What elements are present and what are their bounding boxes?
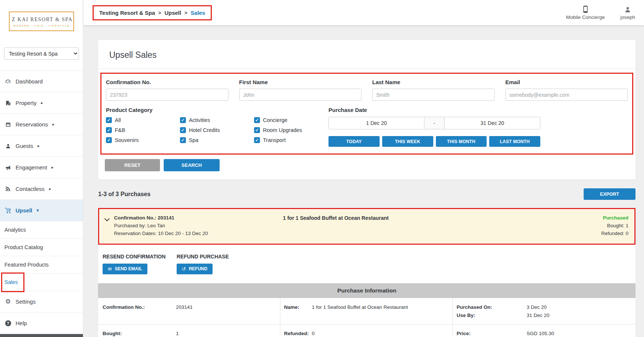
purchase-refunded: Refunded: 0 (601, 230, 628, 238)
confirmation-no-label: Confirmation No. (106, 79, 228, 85)
sidebar-item-guests[interactable]: Guests ▸ (0, 135, 83, 157)
breadcrumb-separator: > (184, 10, 187, 16)
dashboard-icon (4, 78, 11, 85)
sidebar-item-label: Dashboard (16, 78, 43, 85)
send-email-button[interactable]: ✉ SEND EMAIL (103, 264, 147, 274)
breadcrumb-separator: > (159, 10, 161, 16)
checkbox-checked-icon[interactable]: ✓ (106, 127, 112, 133)
last-month-button[interactable]: LAST MONTH (489, 136, 540, 147)
annotation-box-purchase-row: Confirmation No.: 203141 Purchased by: L… (98, 208, 635, 245)
purchase-row[interactable]: Confirmation No.: 203141 Purchased by: L… (100, 210, 634, 243)
last-name-input[interactable] (372, 89, 495, 101)
sidebar-item-dashboard[interactable]: Dashboard (0, 71, 83, 92)
building-icon (4, 100, 11, 106)
sidebar-subitem-featured-products[interactable]: Featured Products (0, 256, 83, 274)
sidebar-item-engagement[interactable]: Engagement ▸ (0, 157, 83, 178)
cell-value: 1 for 1 Seafood Buffet at Ocean Restaura… (312, 298, 453, 324)
status-badge: Purchased (601, 214, 628, 222)
mobile-concierge-button[interactable]: Mobile Concierge (566, 6, 605, 20)
subitem-label: Sales (4, 279, 18, 285)
breadcrumb-root[interactable]: Testing Resort & Spa (99, 10, 155, 16)
cell-value: 3 Dec 20 31 Dec 20 (527, 298, 635, 324)
category-fnb[interactable]: ✓F&B (106, 127, 180, 133)
date-range-picker: - (328, 117, 540, 129)
table-row: Bought: 1 Refunded: 0 Price: (per vouche… (98, 324, 635, 337)
reset-button[interactable]: RESET (105, 159, 160, 171)
checkbox-checked-icon[interactable]: ✓ (254, 117, 260, 123)
gear-icon: ⚙ (4, 298, 11, 305)
sidebar-item-contactless[interactable]: Contactless ▸ (0, 178, 83, 200)
user-menu[interactable]: joseph (620, 6, 635, 20)
category-transport[interactable]: ✓Transport (254, 137, 328, 143)
refund-button[interactable]: ↺ REFUND (177, 264, 213, 274)
checkbox-checked-icon[interactable]: ✓ (180, 117, 186, 123)
email-input[interactable] (505, 89, 628, 101)
category-souvenirs[interactable]: ✓Souvenirs (106, 137, 180, 143)
category-activities[interactable]: ✓Activities (180, 117, 254, 123)
today-button[interactable]: TODAY (328, 136, 380, 147)
collapse-chevron-icon[interactable] (104, 216, 110, 221)
sidebar-item-label: Help (16, 320, 27, 326)
rss-icon (4, 186, 11, 192)
purchase-bought: Bought: 1 (601, 222, 628, 230)
this-week-button[interactable]: THIS WEEK (382, 136, 433, 147)
person-icon (4, 143, 11, 149)
checkbox-checked-icon[interactable]: ✓ (106, 137, 112, 143)
sidebar-item-label: Engagement (16, 164, 47, 171)
purchase-product-name: 1 for 1 Seafood Buffet at Ocean Restaura… (283, 214, 601, 238)
sidebar-item-label: Reservations (16, 121, 48, 128)
confirmation-no-input[interactable] (106, 89, 228, 101)
refund-purchase-label: REFUND PURCHASE (177, 254, 251, 260)
user-icon (624, 6, 631, 13)
chevron-right-icon: ▸ (38, 143, 40, 148)
sidebar-item-label: Settings (16, 298, 36, 305)
category-checkbox-grid: ✓All ✓Activities ✓Concierge ✓F&B ✓Hotel … (106, 117, 328, 143)
category-hotel-credits[interactable]: ✓Hotel Credits (180, 127, 254, 133)
search-button[interactable]: SEARCH (164, 159, 220, 171)
first-name-input[interactable] (239, 89, 362, 101)
undo-icon: ↺ (182, 266, 186, 272)
logo-title: Z KAI RESORT & SPA (12, 17, 71, 23)
checkbox-checked-icon[interactable]: ✓ (106, 117, 112, 123)
logo-subtitle: MODERN · CHIC · LIFESTYLE (12, 24, 71, 27)
purchase-information-table: Confirmation No.: 203141 Name: 1 for 1 S… (98, 298, 635, 337)
checkbox-checked-icon[interactable]: ✓ (180, 137, 186, 143)
date-to-input[interactable] (445, 117, 540, 129)
topbar: Testing Resort & Spa > Upsell > Sales Mo… (83, 0, 644, 25)
sidebar-item-help[interactable]: ? Help (0, 313, 83, 334)
sidebar-item-property[interactable]: Property ▸ (0, 92, 83, 114)
checkbox-checked-icon[interactable]: ✓ (180, 127, 186, 133)
category-spa[interactable]: ✓Spa (180, 137, 254, 143)
category-label: Spa (189, 137, 198, 143)
date-from-input[interactable] (329, 117, 424, 129)
category-concierge[interactable]: ✓Concierge (254, 117, 328, 123)
property-select[interactable]: Testing Resort & Spa (4, 47, 79, 60)
category-label: Souvenirs (115, 137, 139, 143)
resend-confirmation-label: RESEND CONFIRMATION (103, 254, 177, 260)
export-button[interactable]: EXPORT (584, 188, 635, 200)
logo-box: Z KAI RESORT & SPA MODERN · CHIC · LIFES… (9, 11, 74, 31)
breadcrumb-upsell[interactable]: Upsell (164, 10, 181, 16)
question-icon: ? (4, 320, 11, 326)
sidebar-subitem-product-catalog[interactable]: Product Catalog (0, 239, 83, 256)
sidebar-subitem-analytics[interactable]: Analytics (0, 221, 83, 239)
sidebar-item-reservations[interactable]: Reservations ▸ (0, 114, 83, 135)
checkbox-checked-icon[interactable]: ✓ (254, 137, 260, 143)
category-label: Room Upgrades (263, 127, 302, 133)
category-label: Activities (189, 117, 210, 123)
purchase-information-header: Purchase Information (98, 283, 635, 298)
chevron-right-icon: ▸ (41, 100, 43, 105)
category-room-upgrades[interactable]: ✓Room Upgrades (254, 127, 328, 133)
cart-icon (4, 207, 11, 214)
sidebar-item-settings[interactable]: ⚙ Settings (0, 291, 83, 313)
purchase-confirmation: Confirmation No.: 203141 (114, 214, 208, 222)
sidebar-item-label: Property (16, 100, 37, 106)
checkbox-checked-icon[interactable]: ✓ (254, 127, 260, 133)
sidebar-item-upsell[interactable]: Upsell ▾ (0, 200, 83, 221)
envelope-icon: ✉ (108, 266, 112, 272)
annotation-box-breadcrumb: Testing Resort & Spa > Upsell > Sales (93, 5, 212, 20)
sidebar-subitem-sales[interactable]: Sales (0, 274, 83, 291)
category-all[interactable]: ✓All (106, 117, 180, 123)
this-month-button[interactable]: THIS MONTH (436, 136, 487, 147)
username: joseph (620, 14, 635, 20)
